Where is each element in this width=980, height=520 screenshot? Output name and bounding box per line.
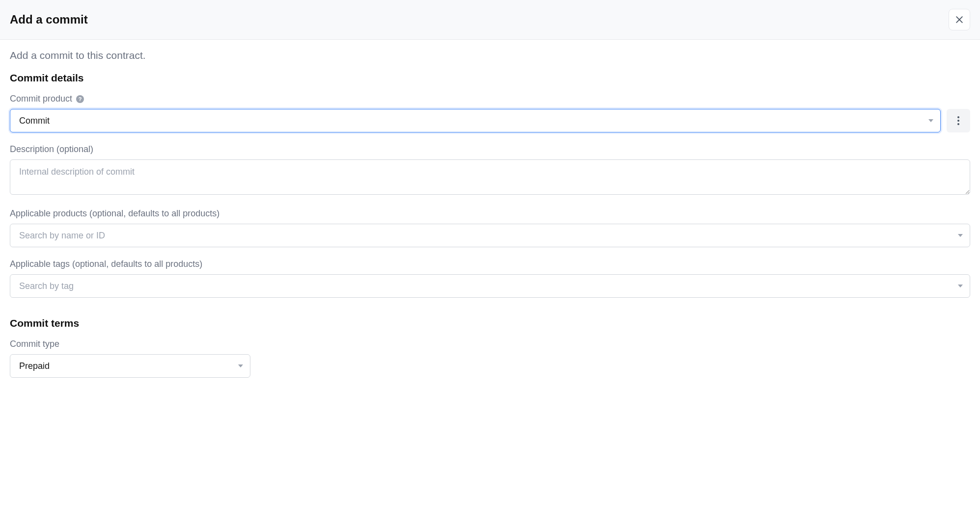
applicable-products-field: Applicable products (optional, defaults …: [10, 208, 970, 247]
chevron-down-icon: [928, 119, 933, 122]
commit-type-field: Commit type Prepaid: [10, 339, 970, 378]
commit-product-value: Commit: [19, 116, 50, 126]
page-title: Add a commit: [10, 13, 88, 26]
commit-type-select[interactable]: Prepaid: [10, 354, 250, 378]
content-area: Add a commit to this contract. Commit de…: [0, 40, 980, 399]
applicable-products-label: Applicable products (optional, defaults …: [10, 208, 970, 219]
commit-product-more-button[interactable]: [947, 109, 970, 132]
close-button[interactable]: [949, 9, 970, 30]
commit-type-value: Prepaid: [19, 361, 50, 371]
commit-type-label: Commit type: [10, 339, 970, 349]
description-textarea[interactable]: [10, 159, 970, 195]
svg-point-4: [957, 123, 959, 125]
commit-product-select[interactable]: Commit: [10, 109, 941, 132]
description-field: Description (optional): [10, 144, 970, 197]
close-icon: [954, 15, 964, 25]
applicable-tags-placeholder: Search by tag: [19, 281, 74, 291]
chevron-down-icon: [958, 285, 963, 287]
chevron-down-icon: [238, 364, 243, 367]
commit-product-label: Commit product: [10, 94, 72, 104]
description-label: Description (optional): [10, 144, 970, 155]
svg-point-3: [957, 120, 959, 122]
commit-details-heading: Commit details: [10, 72, 970, 84]
commit-terms-section: Commit terms Commit type Prepaid: [10, 317, 970, 378]
commit-product-label-row: Commit product ?: [10, 94, 970, 104]
more-vertical-icon: [957, 116, 959, 125]
page-header: Add a commit: [0, 0, 980, 40]
applicable-tags-select[interactable]: Search by tag: [10, 274, 970, 298]
help-icon[interactable]: ?: [76, 95, 84, 103]
chevron-down-icon: [958, 234, 963, 237]
applicable-tags-field: Applicable tags (optional, defaults to a…: [10, 259, 970, 298]
commit-terms-heading: Commit terms: [10, 317, 970, 329]
page-subtitle: Add a commit to this contract.: [10, 50, 970, 61]
commit-product-field: Commit product ? Commit: [10, 94, 970, 132]
applicable-products-placeholder: Search by name or ID: [19, 231, 105, 241]
applicable-products-select[interactable]: Search by name or ID: [10, 224, 970, 247]
svg-point-2: [957, 116, 959, 118]
applicable-tags-label: Applicable tags (optional, defaults to a…: [10, 259, 970, 269]
